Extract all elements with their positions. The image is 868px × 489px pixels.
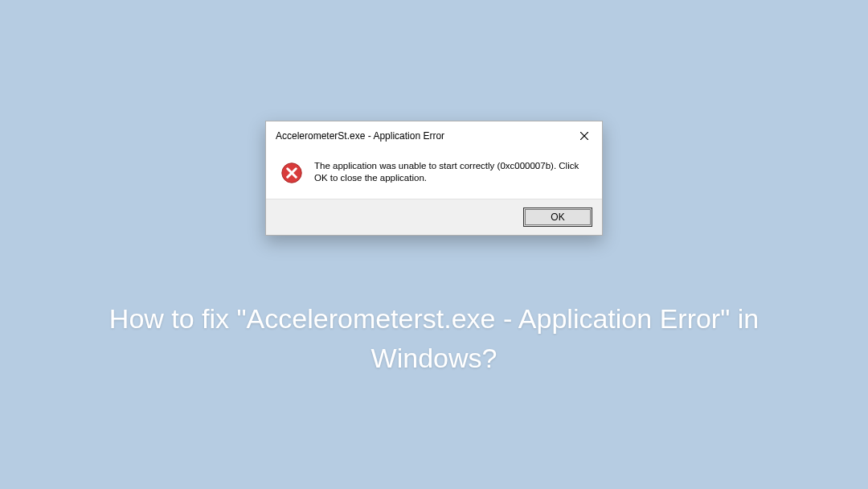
close-icon	[580, 132, 588, 140]
dialog-body: The application was unable to start corr…	[266, 149, 602, 199]
error-dialog: AccelerometerSt.exe - Application Error …	[265, 121, 603, 236]
dialog-button-row: OK	[266, 199, 602, 235]
page-headline: How to fix "Accelerometerst.exe - Applic…	[0, 299, 868, 379]
error-icon	[280, 162, 303, 184]
dialog-title: AccelerometerSt.exe - Application Error	[276, 130, 444, 142]
dialog-message: The application was unable to start corr…	[314, 160, 588, 184]
close-button[interactable]	[575, 128, 594, 144]
dialog-titlebar: AccelerometerSt.exe - Application Error	[266, 121, 602, 149]
ok-button[interactable]: OK	[523, 208, 592, 227]
